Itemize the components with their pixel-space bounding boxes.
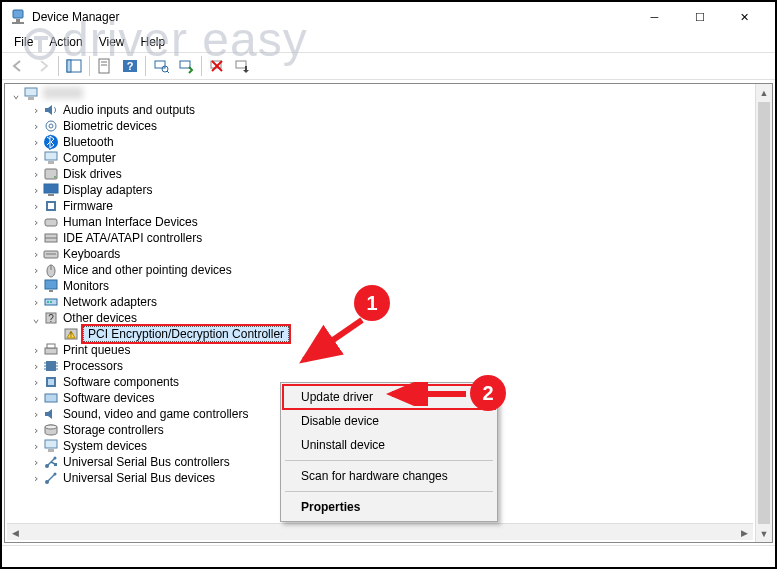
ctx-uninstall-device[interactable]: Uninstall device bbox=[283, 433, 495, 457]
svg-rect-40 bbox=[49, 290, 53, 292]
svg-rect-3 bbox=[12, 22, 24, 24]
expander-icon[interactable]: ⌄ bbox=[29, 312, 43, 325]
tree-category[interactable]: ›IDE ATA/ATAPI controllers bbox=[5, 230, 772, 246]
forward-button[interactable] bbox=[31, 54, 55, 78]
system-icon bbox=[43, 438, 59, 454]
tree-category[interactable]: ›Audio inputs and outputs bbox=[5, 102, 772, 118]
svg-point-22 bbox=[49, 124, 53, 128]
expander-icon[interactable]: › bbox=[29, 472, 43, 485]
expander-icon[interactable]: ⌄ bbox=[9, 88, 23, 101]
svg-point-27 bbox=[54, 176, 56, 178]
tree-category[interactable]: ›Print queues bbox=[5, 342, 772, 358]
tree-category[interactable]: ›Display adapters bbox=[5, 182, 772, 198]
tree-label: Universal Serial Bus controllers bbox=[63, 455, 236, 469]
expander-icon[interactable]: › bbox=[29, 408, 43, 421]
scroll-thumb[interactable] bbox=[758, 102, 770, 524]
horizontal-scrollbar[interactable]: ◀ ▶ bbox=[7, 523, 753, 540]
uninstall-device-button[interactable] bbox=[205, 54, 229, 78]
svg-rect-59 bbox=[45, 394, 57, 402]
ctx-disable-device[interactable]: Disable device bbox=[283, 409, 495, 433]
tree-label: Keyboards bbox=[63, 247, 126, 261]
expander-icon[interactable]: › bbox=[29, 376, 43, 389]
tree-category[interactable]: ›Computer bbox=[5, 150, 772, 166]
update-driver-button[interactable] bbox=[174, 54, 198, 78]
app-icon bbox=[10, 9, 26, 25]
expander-icon[interactable]: › bbox=[29, 360, 43, 373]
tree-label: Processors bbox=[63, 359, 129, 373]
expander-icon[interactable]: › bbox=[29, 152, 43, 165]
softcomp-icon bbox=[43, 374, 59, 390]
menu-help[interactable]: Help bbox=[133, 33, 174, 51]
expander-icon[interactable]: › bbox=[29, 456, 43, 469]
tree-category[interactable]: ›Firmware bbox=[5, 198, 772, 214]
svg-rect-49 bbox=[47, 344, 55, 348]
back-button[interactable] bbox=[6, 54, 30, 78]
tree-category[interactable]: ›Monitors bbox=[5, 278, 772, 294]
properties-button[interactable] bbox=[93, 54, 117, 78]
maximize-button[interactable]: ☐ bbox=[677, 3, 722, 31]
tree-category[interactable]: ›Processors bbox=[5, 358, 772, 374]
expander-icon[interactable]: › bbox=[29, 232, 43, 245]
scan-hardware-button[interactable] bbox=[149, 54, 173, 78]
expander-icon[interactable]: › bbox=[29, 168, 43, 181]
expander-icon[interactable]: › bbox=[29, 184, 43, 197]
tree-category[interactable]: ›Biometric devices bbox=[5, 118, 772, 134]
tree-category[interactable]: ›Keyboards bbox=[5, 246, 772, 262]
ctx-scan-hardware[interactable]: Scan for hardware changes bbox=[283, 464, 495, 488]
annotation-marker-1: 1 bbox=[354, 285, 390, 321]
minimize-button[interactable]: ─ bbox=[632, 3, 677, 31]
show-hide-console-button[interactable] bbox=[62, 54, 86, 78]
menu-view[interactable]: View bbox=[91, 33, 133, 51]
disk-icon bbox=[43, 166, 59, 182]
expander-icon[interactable]: › bbox=[29, 424, 43, 437]
tree-category[interactable]: ›Bluetooth bbox=[5, 134, 772, 150]
expander-icon[interactable]: › bbox=[29, 440, 43, 453]
tree-label: Bluetooth bbox=[63, 135, 120, 149]
scroll-down-icon[interactable]: ▼ bbox=[756, 525, 772, 542]
expander-icon[interactable]: › bbox=[29, 344, 43, 357]
expander-icon[interactable]: › bbox=[29, 216, 43, 229]
tree-label: Display adapters bbox=[63, 183, 158, 197]
keyboard-icon bbox=[43, 246, 59, 262]
tree-root[interactable]: ⌄ bbox=[5, 86, 772, 102]
vertical-scrollbar[interactable]: ▲ ▼ bbox=[755, 84, 772, 542]
tree-label: System devices bbox=[63, 439, 153, 453]
scroll-left-icon[interactable]: ◀ bbox=[7, 524, 24, 541]
expander-icon[interactable]: › bbox=[29, 392, 43, 405]
expander-icon[interactable]: › bbox=[29, 264, 43, 277]
tree-category[interactable]: ›Human Interface Devices bbox=[5, 214, 772, 230]
help-button[interactable]: ? bbox=[118, 54, 142, 78]
svg-line-13 bbox=[167, 71, 169, 73]
tree-item-selected[interactable]: !PCI Encryption/Decryption Controller bbox=[5, 326, 772, 342]
svg-rect-18 bbox=[236, 61, 246, 68]
expander-icon[interactable]: › bbox=[29, 120, 43, 133]
expander-icon[interactable]: › bbox=[29, 104, 43, 117]
ctx-separator bbox=[285, 460, 493, 461]
menu-file[interactable]: File bbox=[6, 33, 41, 51]
disable-device-button[interactable] bbox=[230, 54, 254, 78]
monitor-icon bbox=[43, 278, 59, 294]
svg-rect-58 bbox=[48, 379, 54, 385]
svg-rect-39 bbox=[45, 280, 57, 289]
tree-category[interactable]: ›Mice and other pointing devices bbox=[5, 262, 772, 278]
ctx-update-driver[interactable]: Update driver bbox=[283, 385, 495, 409]
menu-bar: File Action View Help bbox=[2, 32, 775, 52]
title-bar: Device Manager ─ ☐ ✕ bbox=[2, 2, 775, 32]
close-button[interactable]: ✕ bbox=[722, 3, 767, 31]
expander-icon[interactable]: › bbox=[29, 200, 43, 213]
scroll-up-icon[interactable]: ▲ bbox=[756, 84, 772, 101]
expander-icon[interactable]: › bbox=[29, 248, 43, 261]
ctx-properties[interactable]: Properties bbox=[283, 495, 495, 519]
tree-category[interactable]: ⌄?Other devices bbox=[5, 310, 772, 326]
tree-category[interactable]: ›Disk drives bbox=[5, 166, 772, 182]
scroll-right-icon[interactable]: ▶ bbox=[736, 524, 753, 541]
menu-action[interactable]: Action bbox=[41, 33, 90, 51]
expander-icon[interactable]: › bbox=[29, 136, 43, 149]
expander-icon[interactable]: › bbox=[29, 296, 43, 309]
context-menu: Update driver Disable device Uninstall d… bbox=[280, 382, 498, 522]
window-title: Device Manager bbox=[32, 10, 632, 24]
svg-rect-48 bbox=[45, 348, 57, 354]
bluetooth-icon bbox=[43, 134, 59, 150]
svg-rect-20 bbox=[28, 97, 34, 100]
expander-icon[interactable]: › bbox=[29, 280, 43, 293]
